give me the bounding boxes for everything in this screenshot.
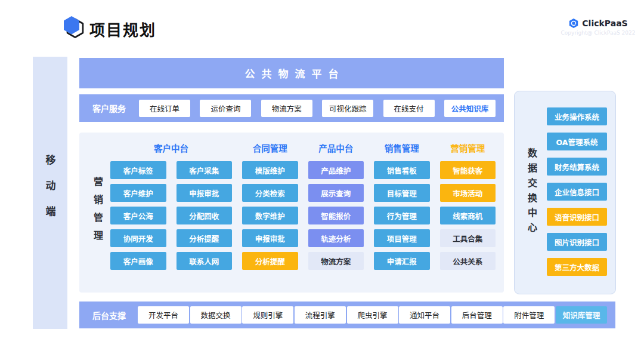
marketing-matrix-panel: 营销管理 客户中台 合同管理 产品中台 销售管理 营销管理 客户标签 客户采集 … — [79, 133, 504, 293]
column-header-customer-center: 客户中台 — [110, 139, 232, 156]
matrix-cell[interactable]: 客户采集 — [177, 161, 233, 179]
mobile-side-label: 移动端 — [43, 155, 58, 232]
button-public-knowledge-base[interactable]: 公共知识库 — [444, 100, 496, 117]
matrix-cell[interactable]: 线索商机 — [440, 207, 496, 224]
button-financial-settlement-system[interactable]: 财务结算系统 — [547, 158, 607, 176]
button-data-exchange[interactable]: 数据交换 — [190, 306, 242, 324]
matrix-cell[interactable]: 分析提醒 — [242, 252, 298, 270]
matrix-cell[interactable]: 数字维护 — [242, 207, 298, 224]
column-header-contract-mgmt: 合同管理 — [242, 139, 298, 156]
button-rule-engine[interactable]: 规则引擎 — [242, 306, 293, 324]
customer-service-label: 客户服务 — [92, 102, 126, 114]
button-image-recognition-api[interactable]: 图片识别接口 — [547, 233, 607, 251]
page-title: 项目规划 — [89, 18, 156, 40]
column-header-sales-mgmt: 销售管理 — [374, 139, 430, 156]
matrix-cell[interactable]: 模版维护 — [242, 161, 298, 179]
brand-logo: ClickPaaS Copyright@ ClickPaaS 2022 — [559, 18, 637, 36]
matrix-cell[interactable]: 轨迹分析 — [308, 229, 364, 247]
matrix-cell[interactable]: 分类检索 — [242, 184, 298, 202]
matrix-cell[interactable]: 物流方案 — [308, 252, 364, 270]
button-backend-management[interactable]: 后台管理 — [451, 306, 503, 324]
data-exchange-label: 数据交换中心 — [524, 148, 538, 238]
matrix-cell[interactable]: 分配回收 — [177, 207, 233, 224]
matrix-cell[interactable]: 公共关系 — [440, 252, 496, 270]
backend-support-label: 后台支撑 — [92, 309, 126, 321]
button-third-party-big-data[interactable]: 第三方大数据 — [547, 258, 607, 276]
matrix-cell[interactable]: 申请汇报 — [374, 252, 430, 270]
customer-service-row: 客户服务 在线订单 运价查询 物流方案 可视化跟踪 在线支付 公共知识库 — [79, 94, 504, 122]
backend-support-buttons: 开发平台 数据交换 规则引擎 流程引擎 爬虫引擎 通知平台 后台管理 附件管理 … — [138, 306, 607, 324]
button-process-engine[interactable]: 流程引擎 — [295, 306, 346, 324]
backend-support-row: 后台支撑 开发平台 数据交换 规则引擎 流程引擎 爬虫引擎 通知平台 后台管理 … — [79, 302, 615, 328]
matrix-cell[interactable]: 客户公海 — [110, 207, 166, 224]
matrix-grid: 客户中台 合同管理 产品中台 销售管理 营销管理 客户标签 客户采集 模版维护 … — [110, 139, 496, 270]
button-crawler-engine[interactable]: 爬虫引擎 — [347, 306, 398, 324]
column-header-marketing-mgmt: 营销管理 — [440, 139, 496, 156]
button-speech-recognition-api[interactable]: 语音识别接口 — [547, 208, 607, 226]
button-visual-tracking[interactable]: 可视化跟踪 — [322, 100, 373, 117]
customer-service-buttons: 在线订单 运价查询 物流方案 可视化跟踪 在线支付 公共知识库 — [139, 100, 496, 117]
matrix-cell[interactable]: 申报审批 — [177, 184, 233, 202]
matrix-cell[interactable]: 客户画像 — [110, 252, 166, 270]
brand-copyright: Copyright@ ClickPaaS 2022 — [559, 30, 637, 36]
button-logistics-plan[interactable]: 物流方案 — [261, 100, 312, 117]
clickpaas-hexagon-icon — [568, 18, 579, 29]
button-notification-platform[interactable]: 通知平台 — [399, 306, 450, 324]
button-attachment-management[interactable]: 附件管理 — [503, 306, 555, 324]
matrix-cell[interactable]: 申报审批 — [242, 229, 298, 247]
button-online-payment[interactable]: 在线支付 — [383, 100, 435, 117]
matrix-cell[interactable]: 展示查询 — [308, 184, 364, 202]
brand-name: ClickPaaS — [582, 19, 627, 28]
matrix-cell[interactable]: 项目管理 — [374, 229, 430, 247]
matrix-cell[interactable]: 行为管理 — [374, 207, 430, 224]
button-oa-management-system[interactable]: OA管理系统 — [547, 133, 607, 150]
data-exchange-panel: 数据交换中心 业务操作系统 OA管理系统 财务结算系统 企业信息接口 语音识别接… — [514, 91, 616, 294]
platform-banner: 公共物流平台 — [79, 58, 504, 88]
mobile-side-panel: 移动端 — [33, 57, 67, 329]
matrix-cell[interactable]: 联系人网 — [177, 252, 233, 270]
matrix-cell[interactable]: 工具合集 — [440, 229, 496, 247]
matrix-cell[interactable]: 智能报价 — [308, 207, 364, 224]
matrix-row-label: 营销管理 — [90, 177, 104, 248]
button-business-operation-system[interactable]: 业务操作系统 — [547, 107, 607, 125]
matrix-cell[interactable]: 客户标签 — [110, 161, 166, 179]
button-enterprise-info-api[interactable]: 企业信息接口 — [547, 183, 607, 201]
matrix-cell[interactable]: 目标管理 — [374, 184, 430, 202]
column-header-product-center: 产品中台 — [308, 139, 364, 156]
button-knowledge-base-management[interactable]: 知识库管理 — [556, 306, 607, 324]
matrix-cell[interactable]: 分析提醒 — [177, 229, 233, 247]
matrix-cell[interactable]: 客户维护 — [110, 184, 166, 202]
button-dev-platform[interactable]: 开发平台 — [138, 306, 189, 324]
button-freight-query[interactable]: 运价查询 — [200, 100, 251, 117]
matrix-cell[interactable]: 协同开发 — [110, 229, 166, 247]
button-online-order[interactable]: 在线订单 — [139, 100, 190, 117]
data-exchange-buttons: 业务操作系统 OA管理系统 财务结算系统 企业信息接口 语音识别接口 图片识别接… — [547, 107, 607, 276]
matrix-cell[interactable]: 市场活动 — [440, 184, 496, 202]
platform-banner-title: 公共物流平台 — [239, 66, 345, 81]
matrix-cell[interactable]: 产品维护 — [308, 161, 364, 179]
matrix-cell[interactable]: 智能获客 — [440, 161, 496, 179]
matrix-cell[interactable]: 销售看板 — [374, 161, 430, 179]
title-hexagon-icon — [58, 14, 86, 42]
